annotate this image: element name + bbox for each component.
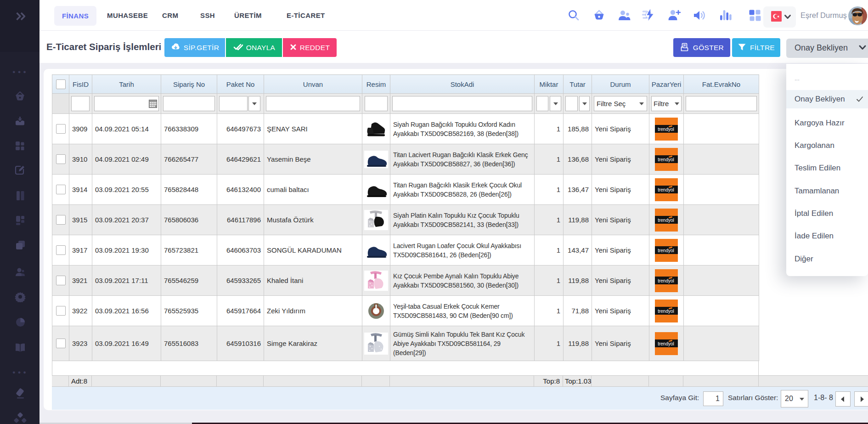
svg-text:trendyol: trendyol — [658, 126, 674, 131]
svg-text:trendyol: trendyol — [658, 187, 674, 192]
svg-text:trendyol: trendyol — [658, 217, 674, 222]
svg-text:trendyol: trendyol — [658, 308, 674, 313]
svg-text:trendyol: trendyol — [658, 341, 674, 346]
svg-text:trendyol: trendyol — [658, 278, 674, 283]
svg-text:trendyol: trendyol — [658, 157, 674, 162]
svg-text:trendyol: trendyol — [658, 248, 674, 253]
